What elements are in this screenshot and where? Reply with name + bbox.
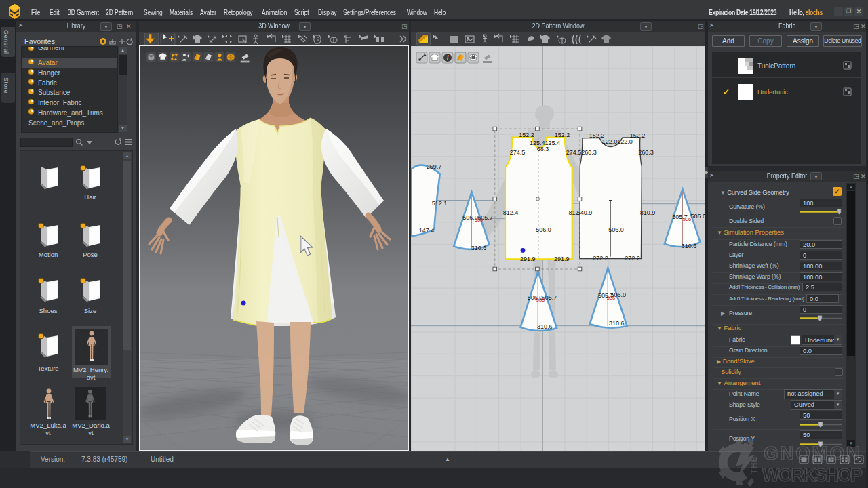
svg-text:812.4: 812.4 [503, 209, 519, 216]
svg-text:274.5: 274.5 [566, 149, 582, 156]
svg-text:152.2: 152.2 [555, 131, 570, 138]
svg-text:506: 506 [607, 295, 616, 301]
svg-text:122.0122.0: 122.0122.0 [602, 138, 633, 145]
svg-text:310.6: 310.6 [537, 323, 553, 330]
svg-text:810.9: 810.9 [640, 209, 656, 216]
svg-text:291.9: 291.9 [520, 256, 536, 262]
svg-text:THE: THE [749, 456, 759, 474]
svg-text:540.9: 540.9 [577, 209, 593, 216]
svg-text:506.0: 506.0 [536, 226, 551, 233]
svg-text:272.2: 272.2 [625, 255, 640, 262]
svg-text:272.2: 272.2 [593, 255, 608, 262]
svg-text:310.6: 310.6 [471, 245, 487, 251]
svg-text:506.0: 506.0 [690, 213, 705, 220]
svg-text:310.6: 310.6 [609, 320, 625, 327]
svg-text:269.7: 269.7 [427, 163, 442, 170]
svg-text:310.6: 310.6 [682, 243, 697, 249]
svg-text:68.3: 68.3 [537, 146, 549, 152]
svg-text:506: 506 [683, 216, 692, 222]
svg-text:506: 506 [475, 217, 484, 223]
svg-text:260.3: 260.3 [581, 149, 597, 156]
svg-text:147.4: 147.4 [419, 227, 435, 234]
svg-text:506: 506 [536, 297, 545, 303]
svg-text:506.0: 506.0 [608, 226, 624, 233]
svg-text:512.1: 512.1 [432, 200, 448, 207]
svg-text:260.3: 260.3 [638, 149, 654, 156]
svg-text:152.2: 152.2 [519, 131, 534, 138]
svg-text:291.9: 291.9 [554, 256, 570, 262]
svg-text:274.5: 274.5 [510, 149, 526, 156]
svg-text:WORKSHOP: WORKSHOP [762, 465, 863, 485]
